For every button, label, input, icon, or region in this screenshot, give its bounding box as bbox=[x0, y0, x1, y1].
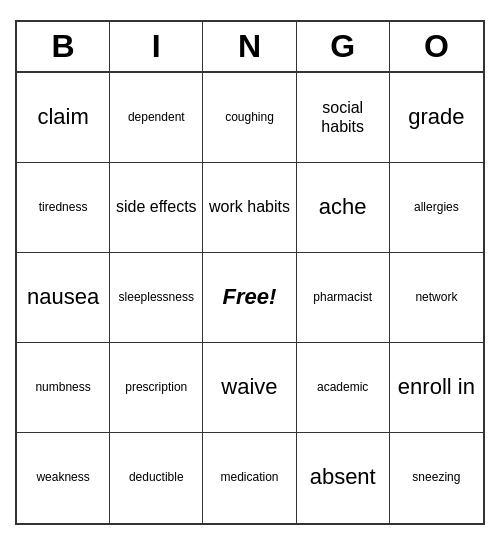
bingo-cell: pharmacist bbox=[297, 253, 390, 343]
bingo-cell: numbness bbox=[17, 343, 110, 433]
bingo-cell: waive bbox=[203, 343, 296, 433]
bingo-cell: prescription bbox=[110, 343, 203, 433]
bingo-header-cell: I bbox=[110, 22, 203, 71]
bingo-card: BINGO claimdependentcoughingsocial habit… bbox=[15, 20, 485, 525]
bingo-header-cell: N bbox=[203, 22, 296, 71]
bingo-cell: side effects bbox=[110, 163, 203, 253]
bingo-cell: grade bbox=[390, 73, 483, 163]
bingo-cell: work habits bbox=[203, 163, 296, 253]
bingo-cell: allergies bbox=[390, 163, 483, 253]
bingo-header-cell: G bbox=[297, 22, 390, 71]
bingo-cell: absent bbox=[297, 433, 390, 523]
bingo-grid: claimdependentcoughingsocial habitsgrade… bbox=[17, 73, 483, 523]
bingo-cell: social habits bbox=[297, 73, 390, 163]
bingo-cell: weakness bbox=[17, 433, 110, 523]
bingo-cell: sleeplessness bbox=[110, 253, 203, 343]
bingo-header: BINGO bbox=[17, 22, 483, 73]
bingo-cell: coughing bbox=[203, 73, 296, 163]
bingo-cell: claim bbox=[17, 73, 110, 163]
bingo-cell: network bbox=[390, 253, 483, 343]
bingo-cell: deductible bbox=[110, 433, 203, 523]
bingo-cell: ache bbox=[297, 163, 390, 253]
bingo-cell: enroll in bbox=[390, 343, 483, 433]
bingo-cell: medication bbox=[203, 433, 296, 523]
bingo-cell: nausea bbox=[17, 253, 110, 343]
bingo-cell: dependent bbox=[110, 73, 203, 163]
bingo-cell: academic bbox=[297, 343, 390, 433]
bingo-header-cell: O bbox=[390, 22, 483, 71]
bingo-cell: Free! bbox=[203, 253, 296, 343]
bingo-cell: sneezing bbox=[390, 433, 483, 523]
bingo-cell: tiredness bbox=[17, 163, 110, 253]
bingo-header-cell: B bbox=[17, 22, 110, 71]
